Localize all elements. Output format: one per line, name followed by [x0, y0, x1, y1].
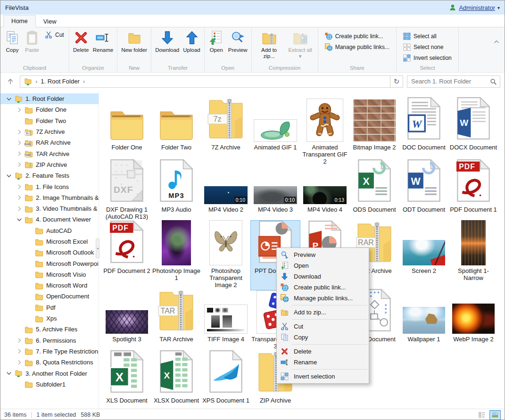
cut-button[interactable]: Cut — [42, 30, 67, 40]
select-none-button[interactable]: Select none — [400, 42, 455, 52]
up-one-level-button[interactable] — [5, 76, 16, 87]
upload-button[interactable]: Upload — [181, 28, 202, 54]
tree-item-microsoft-visio[interactable]: Microsoft Visio — [0, 269, 99, 280]
breadcrumb[interactable]: › 1. Root Folder › — [20, 75, 390, 88]
refresh-button[interactable]: ↻ — [390, 75, 403, 88]
tree-item-opendocument[interactable]: OpenDocument — [0, 291, 99, 302]
tree-item-subfolder1[interactable]: Subfolder1 — [0, 379, 99, 390]
file-item-spotlight-1-narrow[interactable]: Spotlight 1-Narrow — [449, 221, 498, 290]
tree-item-2-feature-tests[interactable]: 2. Feature Tests — [0, 170, 99, 181]
chevron-collapsed-icon[interactable] — [16, 106, 23, 114]
file-item-dxf-drawing-1-autocad-r13[interactable]: DXFDXF Drawing 1 (AutoCAD R13) — [102, 159, 151, 222]
tree-item-7-file-type-restrictions[interactable]: 7. File Type Restrictions — [0, 346, 99, 357]
tree-item-pdf[interactable]: Pdf — [0, 302, 99, 313]
chevron-collapsed-icon[interactable] — [16, 150, 23, 157]
tree-item-7z-archive[interactable]: 7z7Z Archive — [0, 126, 99, 137]
user-name-link[interactable]: Administrator — [459, 4, 495, 11]
tree-item-folder-one[interactable]: Folder One — [0, 104, 99, 115]
menu-item-create-public-link[interactable]: Create public link... — [277, 282, 369, 293]
chevron-expanded-icon[interactable] — [5, 370, 13, 377]
tree-item-zip-archive[interactable]: ZIP Archive — [0, 159, 99, 170]
details-view-button[interactable] — [476, 410, 488, 420]
file-item-mp4-video-4[interactable]: 0:13MP4 Video 4 — [300, 159, 349, 222]
tree-item-1-root-folder[interactable]: 1. Root Folder — [0, 93, 99, 104]
tab-view[interactable]: View — [36, 16, 64, 27]
file-item-docx-document[interactable]: WDOCX Document — [449, 97, 498, 166]
tree-item-6-permissions[interactable]: 6. Permissions — [0, 335, 99, 346]
collapse-ribbon-button[interactable] — [492, 38, 501, 46]
file-item-folder-two[interactable]: Folder Two — [152, 97, 201, 166]
file-item-doc-document[interactable]: WDOC Document — [399, 97, 448, 166]
new-folder-button[interactable]: New folder — [119, 28, 149, 54]
file-item-mp4-video-2[interactable]: 0:10MP4 Video 2 — [201, 159, 250, 222]
file-item-ods-document[interactable]: XODS Document — [350, 159, 399, 222]
menu-item-manage-public-links[interactable]: Manage public links... — [277, 293, 369, 304]
file-item-tar-archive[interactable]: TARTAR Archive — [152, 289, 201, 351]
preview-button[interactable]: Preview — [226, 28, 249, 54]
tree-item-xps[interactable]: Xps — [0, 313, 99, 324]
thumbnails-view-button[interactable] — [489, 410, 501, 420]
tree-item-microsoft-outlook[interactable]: Microsoft Outlook — [0, 247, 99, 258]
file-item-folder-one[interactable]: Folder One — [102, 97, 151, 166]
tree-item-5-archive-files[interactable]: 5. Archive Files — [0, 324, 99, 335]
search-input[interactable] — [407, 76, 500, 87]
file-item-xlsx-document[interactable]: XXLSX Document — [152, 350, 201, 405]
tree-item-microsoft-excel[interactable]: Microsoft Excel — [0, 236, 99, 247]
rename-button[interactable]: Rename — [91, 28, 115, 54]
file-item-animated-gif-1[interactable]: Animated GIF 1 — [251, 97, 300, 166]
file-item-pdf-document-2[interactable]: PDFPDF Document 2 — [102, 221, 151, 290]
chevron-collapsed-icon[interactable] — [16, 337, 23, 344]
tree-splitter-handle[interactable]: ◂ — [96, 239, 99, 258]
file-item-screen-2[interactable]: Screen 2 — [399, 221, 448, 290]
chevron-collapsed-icon[interactable] — [16, 359, 23, 366]
file-item-webp-image-2[interactable]: WebP Image 2 — [449, 289, 498, 351]
file-item-xls-document[interactable]: XXLS Document — [102, 350, 151, 405]
open-button[interactable]: Open — [207, 28, 226, 54]
tree-item-3-another-root-folder[interactable]: 3. Another Root Folder — [0, 368, 99, 379]
menu-item-invert-selection[interactable]: Invert selection — [277, 371, 369, 382]
breadcrumb-item[interactable]: 1. Root Folder — [41, 78, 79, 85]
chevron-collapsed-icon[interactable] — [16, 128, 23, 136]
chevron-collapsed-icon[interactable] — [16, 347, 23, 355]
download-button[interactable]: Download — [153, 28, 181, 54]
chevron-collapsed-icon[interactable] — [16, 183, 23, 190]
tree-item-1-file-icons[interactable]: 1. File Icons — [0, 181, 99, 192]
file-item-mp3-audio[interactable]: MP3MP3 Audio — [152, 159, 201, 222]
create-public-link-button[interactable]: Create public link... — [322, 32, 392, 41]
tree-item-8-quota-restrictions[interactable]: 8. Quota Restrictions — [0, 357, 99, 368]
select-all-button[interactable]: Select all — [400, 32, 455, 41]
tree-item-autocad[interactable]: AutoCAD — [0, 225, 99, 236]
copy-button[interactable]: Copy — [2, 28, 22, 54]
menu-item-delete[interactable]: Delete — [277, 346, 369, 357]
menu-item-rename[interactable]: Rename — [277, 357, 369, 368]
file-item-odt-document[interactable]: WODT Document — [399, 159, 448, 222]
chevron-collapsed-icon[interactable] — [16, 205, 23, 213]
chevron-expanded-icon[interactable] — [5, 172, 13, 180]
file-item-photoshop-image-1[interactable]: Photoshop Image 1 — [152, 221, 201, 290]
delete-button[interactable]: Delete — [71, 28, 91, 54]
manage-public-links-button[interactable]: Manage public links... — [322, 42, 392, 52]
menu-item-copy[interactable]: Copy — [277, 332, 369, 343]
tree-item-2-image-thumbnails-i[interactable]: 2. Image Thumbnails & I — [0, 192, 99, 203]
tree-item-folder-two[interactable]: Folder Two — [0, 115, 99, 126]
file-item-tiff-image-4[interactable]: TIFF Image 4 — [201, 289, 250, 351]
file-item-xps-document-1[interactable]: XPS Document 1 — [201, 350, 250, 405]
tab-home[interactable]: Home — [3, 15, 36, 27]
chevron-collapsed-icon[interactable] — [16, 194, 23, 201]
tree-item-3-video-thumbnails-m[interactable]: 3. Video Thumbnails & M — [0, 203, 99, 214]
file-item-bitmap-image-2[interactable]: Bitmap Image 2 — [350, 97, 399, 166]
file-item-photoshop-transparent-image-2[interactable]: Photoshop Transparent Image 2 — [201, 221, 250, 290]
menu-item-add-to-zip[interactable]: Add to zip... — [277, 307, 369, 318]
chevron-collapsed-icon[interactable] — [16, 161, 23, 168]
user-menu[interactable]: Administrator ▾ — [449, 4, 500, 11]
file-item-wallpaper-1[interactable]: Wallpaper 1 — [399, 289, 448, 351]
menu-item-download[interactable]: Download — [277, 271, 369, 282]
chevron-collapsed-icon[interactable] — [16, 139, 23, 147]
tree-item-rar-archive[interactable]: RARRAR Archive — [0, 137, 99, 148]
chevron-expanded-icon[interactable] — [5, 95, 13, 103]
file-item-spotlight-3[interactable]: Spotlight 3 — [102, 289, 151, 351]
add-to-zip-button[interactable]: Add to zip... — [254, 28, 285, 59]
menu-item-open[interactable]: Open — [277, 260, 369, 271]
file-item-animated-transparent-gif-2[interactable]: Animated Transparent GIF 2 — [300, 97, 349, 166]
menu-item-preview[interactable]: Preview — [277, 249, 369, 260]
